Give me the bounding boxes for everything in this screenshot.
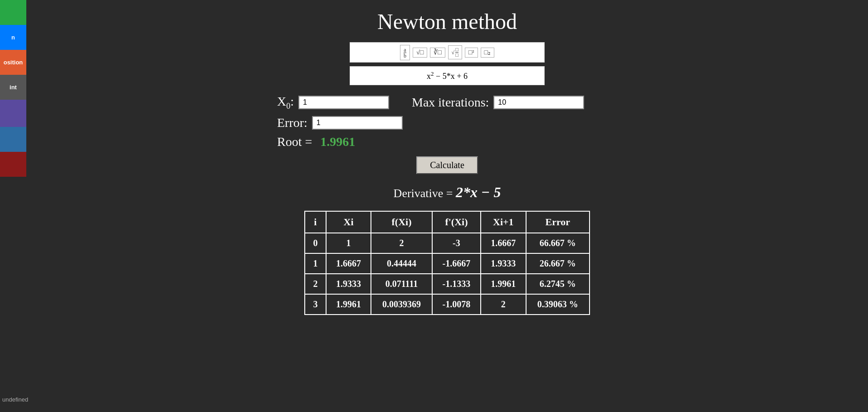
derivative-formula: 2*x − 5 [456,184,501,200]
table-cell-r2-c3: -1.1333 [432,274,481,294]
table-row: 21.93330.071111-1.13331.99616.2745 % [305,274,590,294]
sqrt-button[interactable]: √□ [413,48,427,58]
table-cell-r2-c0: 2 [305,274,326,294]
error-row: Error: [277,116,617,130]
table-cell-r2-c4: 1.9961 [481,274,526,294]
table-cell-r0-c2: 2 [371,233,432,253]
table-cell-r0-c5: 66.667 % [526,233,590,253]
form-section: X0: Max iterations: Error: Root = 1.9961 [277,94,617,149]
sidebar-tab-red-label: osition [4,59,23,66]
table-row: 31.99610.0039369-1.007820.39063 % [305,294,590,315]
function-input-container[interactable]: x2 − 5*x + 6 [350,66,545,85]
table-cell-r0-c0: 0 [305,233,326,253]
col-header-i: i [305,211,326,233]
table-cell-r1-c0: 1 [305,253,326,274]
x0-label: X0: [277,94,294,111]
sidebar-tab-gray-label: int [10,84,17,91]
max-iter-label: Max iterations: [412,95,489,110]
table-cell-r0-c4: 1.6667 [481,233,526,253]
table-cell-r1-c3: -1.6667 [432,253,481,274]
sidebar-tab-purple[interactable] [0,100,26,127]
table-cell-r3-c0: 3 [305,294,326,315]
table-cell-r2-c5: 6.2745 % [526,274,590,294]
sqrt-frac-button[interactable]: √□□ [448,45,462,59]
table-cell-r3-c4: 2 [481,294,526,315]
math-toolbar: ab √□ ∛□ √□□ □² □₂ [350,42,545,63]
table-row: 11.66670.44444-1.66671.933326.667 % [305,253,590,274]
x0-input[interactable] [298,96,389,109]
col-header-xi1: Xi+1 [481,211,526,233]
table-cell-r1-c5: 26.667 % [526,253,590,274]
square-button[interactable]: □² [465,48,478,58]
derivative-label: Derivative = [394,187,453,200]
sidebar-tab-blue-label: n [11,34,15,41]
calculate-button[interactable]: Calculate [416,156,478,174]
root-value: 1.9961 [320,135,355,149]
error-label: Error: [277,116,307,130]
col-header-dfxi: f'(Xi) [432,211,481,233]
cbrt-button[interactable]: ∛□ [430,48,445,58]
table-cell-r0-c1: 1 [326,233,371,253]
col-header-error: Error [526,211,590,233]
table-cell-r3-c5: 0.39063 % [526,294,590,315]
max-iter-input[interactable] [493,96,584,109]
table-cell-r1-c1: 1.6667 [326,253,371,274]
x0-row: X0: Max iterations: [277,94,617,111]
sub2-button[interactable]: □₂ [481,48,494,58]
sidebar-tab-red[interactable]: osition [0,50,26,75]
derivative-display: Derivative = 2*x − 5 [394,184,501,201]
sidebar-tab-gray[interactable]: int [0,75,26,100]
table-cell-r0-c3: -3 [432,233,481,253]
main-content: Newton method ab √□ ∛□ √□□ □² □₂ x2 − 5*… [26,0,868,324]
table-cell-r3-c2: 0.0039369 [371,294,432,315]
sidebar-tab-steel[interactable] [0,127,26,152]
col-header-xi: Xi [326,211,371,233]
root-label: Root = [277,135,312,149]
table-cell-r2-c1: 1.9333 [326,274,371,294]
frac-button[interactable]: ab [400,45,410,60]
table-cell-r1-c2: 0.44444 [371,253,432,274]
sidebar-tab-blue[interactable]: n [0,25,26,50]
page-title: Newton method [377,9,517,34]
sidebar-tab-green[interactable] [0,0,26,25]
function-display: x2 − 5*x + 6 [427,70,468,81]
sidebar-tab-darkred[interactable] [0,152,26,177]
col-header-fxi: f(Xi) [371,211,432,233]
table-cell-r1-c4: 1.9333 [481,253,526,274]
table-header-row: i Xi f(Xi) f'(Xi) Xi+1 Error [305,211,590,233]
error-input[interactable] [312,116,403,130]
table-cell-r3-c3: -1.0078 [432,294,481,315]
table-cell-r3-c1: 1.9961 [326,294,371,315]
root-row: Root = 1.9961 [277,135,617,149]
bottom-undefined-text: undefined [2,396,28,403]
sidebar: n osition int [0,0,26,412]
result-table: i Xi f(Xi) f'(Xi) Xi+1 Error 012-31.6667… [304,211,590,315]
table-cell-r2-c2: 0.071111 [371,274,432,294]
table-row: 012-31.666766.667 % [305,233,590,253]
